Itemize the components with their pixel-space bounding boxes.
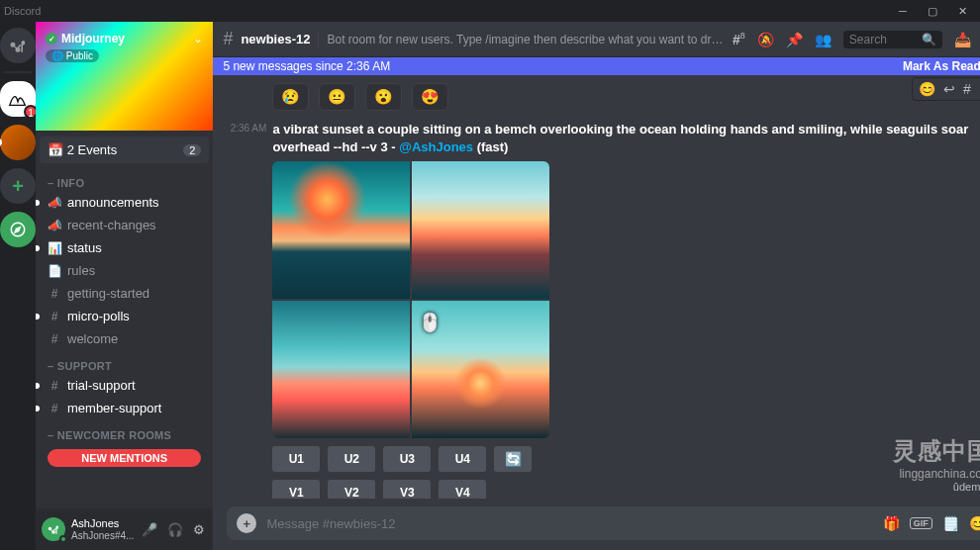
search-input[interactable]: Search🔍 <box>843 31 942 48</box>
window-minimize[interactable]: ─ <box>889 0 917 22</box>
section-support[interactable]: – SUPPORT <box>40 350 209 374</box>
reaction[interactable]: 😐 <box>319 83 355 111</box>
channel-micro-polls[interactable]: #micro-polls <box>40 305 209 327</box>
public-badge: 🌐 Public <box>46 49 99 62</box>
status-online-icon <box>59 535 67 543</box>
deafen-icon[interactable]: 🎧 <box>165 520 185 539</box>
new-mentions-pill[interactable]: NEW MENTIONS <box>48 449 201 467</box>
members-icon[interactable]: 👥 <box>815 32 832 47</box>
user-panel: AshJonesAshJones#4... 🎤 🎧 ⚙ <box>36 508 213 550</box>
reply-icon[interactable]: ↩ <box>943 81 955 97</box>
message-list[interactable]: 😊 ↩ # ⋯ 😢 😐 😮 😍 2:36 AM a vibrat sunset <box>213 75 980 499</box>
channel-sidebar: ✓Midjourney ⌄ 🌐 Public 📅 2 Events 2 – IN… <box>36 22 213 550</box>
megaphone-icon: 📣 <box>48 219 61 232</box>
upscale-u4[interactable]: U4 <box>439 446 486 472</box>
user-mention[interactable]: @AshJones <box>399 139 473 154</box>
settings-icon[interactable]: ⚙ <box>191 520 207 539</box>
message-text: a vibrat sunset a couple sitting on a be… <box>272 121 980 155</box>
thread-icon[interactable]: # <box>963 81 971 97</box>
add-server-button[interactable]: + <box>0 168 36 204</box>
message-placeholder: Message #newbies-12 <box>266 516 872 531</box>
hash-icon: # <box>223 29 233 49</box>
hash-icon: # <box>48 332 61 346</box>
message-timestamp: 2:36 AM <box>227 121 266 499</box>
message-hover-toolbar: 😊 ↩ # ⋯ <box>912 77 980 101</box>
gif-button[interactable]: GIF <box>910 517 932 529</box>
channel-getting-started[interactable]: #getting-started <box>40 282 209 305</box>
hash-icon: # <box>48 287 61 301</box>
channel-recent-changes[interactable]: 📣recent-changes <box>40 214 209 236</box>
variation-v2[interactable]: V2 <box>328 480 375 499</box>
channel-name: newbies-12 <box>241 32 310 46</box>
home-button[interactable] <box>0 28 36 63</box>
variation-v1[interactable]: V1 <box>272 480 320 499</box>
channel-member-support[interactable]: #member-support <box>40 397 209 419</box>
chart-icon: 📊 <box>48 241 61 255</box>
channel-welcome[interactable]: #welcome <box>40 327 209 350</box>
explore-button[interactable] <box>0 212 36 247</box>
hash-icon: # <box>48 310 61 323</box>
section-newcomer[interactable]: – NEWCOMER ROOMS <box>40 419 209 443</box>
window-maximize[interactable]: ▢ <box>919 0 946 22</box>
user-name: AshJones <box>71 517 134 529</box>
reaction[interactable]: 😍 <box>412 83 448 111</box>
message-input[interactable]: + Message #newbies-12 🎁 GIF 🗒️ 😊 <box>227 506 980 540</box>
channel-status[interactable]: 📊status <box>40 236 209 259</box>
hash-icon: # <box>48 402 61 415</box>
guild-sidebar: 1 + <box>0 22 36 550</box>
app-name: Discord <box>4 5 41 17</box>
channel-topic[interactable]: Bot room for new users. Type /imagine th… <box>327 33 725 46</box>
udemy-watermark: ûdemy <box>953 481 980 493</box>
mark-as-read[interactable]: Mark As Read 🔖 <box>903 59 980 73</box>
channel-header: # newbies-12 Bot room for new users. Typ… <box>213 22 980 57</box>
mute-icon[interactable]: 🎤 <box>140 520 159 539</box>
react-icon[interactable]: 😊 <box>919 81 935 97</box>
server-menu-chevron-icon[interactable]: ⌄ <box>193 32 203 46</box>
reroll-button[interactable]: 🔄 <box>494 446 532 472</box>
window-titlebar: Discord ─ ▢ ✕ <box>0 0 980 22</box>
server-header[interactable]: ✓Midjourney ⌄ 🌐 Public <box>36 22 213 131</box>
threads-icon[interactable]: #8 <box>733 31 745 47</box>
variation-v3[interactable]: V3 <box>383 480 431 499</box>
inbox-icon[interactable]: 📥 <box>954 32 971 47</box>
attach-button[interactable]: + <box>237 513 256 533</box>
message: 2:36 AM a vibrat sunset a couple sitting… <box>227 121 980 499</box>
user-avatar[interactable] <box>42 517 65 541</box>
section-info[interactable]: – INFO <box>40 167 209 191</box>
page-icon: 📄 <box>48 264 61 278</box>
upscale-u2[interactable]: U2 <box>328 446 375 472</box>
upscale-u3[interactable]: U3 <box>383 446 431 472</box>
new-messages-bar[interactable]: 5 new messages since 2:36 AM Mark As Rea… <box>213 57 980 75</box>
reaction[interactable]: 😮 <box>365 83 402 111</box>
pinned-icon[interactable]: 📌 <box>786 32 803 47</box>
upscale-u1[interactable]: U1 <box>272 446 320 472</box>
hash-icon: # <box>48 379 61 393</box>
verified-icon: ✓ <box>46 33 57 45</box>
user-tag: AshJones#4... <box>71 530 134 541</box>
channel-trial-support[interactable]: #trial-support <box>40 374 209 397</box>
notifications-icon[interactable]: 🔕 <box>757 32 774 47</box>
channel-rules[interactable]: 📄rules <box>40 259 209 282</box>
events-row[interactable]: 📅 2 Events 2 <box>40 137 209 163</box>
guild-other[interactable] <box>0 125 36 160</box>
megaphone-icon: 📣 <box>48 196 61 210</box>
reaction[interactable]: 😢 <box>272 83 309 111</box>
chat-area: # newbies-12 Bot room for new users. Typ… <box>213 22 980 550</box>
emoji-icon[interactable]: 😊 <box>969 515 980 531</box>
guild-midjourney[interactable]: 1 <box>0 81 36 117</box>
variation-v4[interactable]: V4 <box>439 480 486 499</box>
image-grid[interactable]: 🖱️ <box>272 161 549 438</box>
sticker-icon[interactable]: 🗒️ <box>942 515 959 531</box>
window-close[interactable]: ✕ <box>948 0 976 22</box>
gift-icon[interactable]: 🎁 <box>883 515 900 531</box>
search-icon: 🔍 <box>922 33 936 46</box>
channel-announcements[interactable]: 📣announcements <box>40 191 209 214</box>
